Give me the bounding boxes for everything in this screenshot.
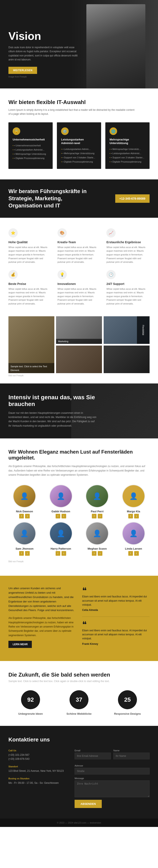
feature-icon-3: 💰 (8, 270, 18, 279)
quote-text-2: Etiam sed libero enim sed faucibus lacus… (82, 628, 150, 641)
it-cards-grid: 🔒 Unternehmenssicherheit • Unternehmenss… (8, 122, 150, 169)
team-social-7: f t (118, 551, 150, 556)
message-field-wrapper: Message (74, 777, 150, 797)
facebook-icon-7[interactable]: f (128, 551, 133, 556)
team-avatar-7: 👤 (122, 522, 145, 545)
twitter-icon-1[interactable]: t (62, 514, 66, 519)
card-icon-1: ⚙️ (61, 127, 69, 135)
card-icon-2: 🌐 (109, 127, 117, 135)
twitter-icon-6[interactable]: t (98, 551, 102, 556)
team-social-5: f t (45, 551, 77, 556)
team-image-credit: Bild von Freepik (8, 559, 150, 565)
avatar-img-4: 👤 (13, 522, 35, 544)
twitter-icon-3[interactable]: t (134, 514, 139, 519)
team-avatar-4: 👤 (13, 522, 36, 545)
phone-1: (+20) 101-234-567 (8, 753, 68, 757)
card-list-2: • Mehrsprachige Unterstütz...• Leistungs… (109, 147, 145, 164)
form-row-1: Email Name (74, 749, 150, 762)
submit-button[interactable]: ABSENDEN (74, 800, 102, 808)
message-textarea[interactable] (74, 780, 150, 797)
facebook-icon-5[interactable]: f (56, 551, 60, 556)
footer-text: © 2023 — 2024 site123.com — testversion (57, 822, 101, 824)
it-card-1: ⚙️ Leistungsstarken Administ-ravel • Lei… (57, 122, 101, 169)
facebook-icon-0[interactable]: f (19, 514, 24, 519)
eleganz-section: Wir Wohnen Eleganz machen Lust auf Fenst… (0, 438, 158, 576)
card-list-item: • Mehrsprachige Unterstütz... (109, 147, 145, 151)
team-member-7: 👤 Linda Larsen f t (118, 522, 150, 556)
twitter-icon-7[interactable]: t (134, 551, 139, 556)
feature-title-0: Hohe Qualität (8, 241, 52, 244)
hero-cta-button[interactable]: WEITERLESEN (8, 67, 37, 74)
team-avatar-3: 👤 (122, 485, 145, 508)
feature-text-4: Whse ceptet tellus acus at elit. Mauris … (58, 287, 101, 306)
facebook-icon-1[interactable]: f (56, 514, 60, 519)
photo-1-label: Sample text. Click to select the Text El… (10, 365, 47, 371)
quote-block-1: ❝ Etiam sed libero enim sed faucibus lac… (82, 586, 150, 612)
it-section-header: Wir bieten flexible IT-Auswahl Lorem Ips… (8, 99, 150, 116)
quote-block-2: ❝ Etiam sed libero enim sed faucibus lac… (82, 620, 150, 645)
photo-box-1: Sample text. Click to select the Text El… (8, 316, 54, 373)
stat-item-1: 37 Schöne Webblöcke (57, 690, 101, 715)
feature-item-2: 📈 Erstaunliche Ergebnisse Whse ceptet te… (106, 228, 150, 264)
team-name-1: Gabbi Hudson (45, 510, 77, 513)
team-avatar-5: 👤 (49, 522, 72, 545)
team-member-5: 👤 Harry Patterson f t (45, 522, 77, 556)
card-list-item: • Leistungsstarken Administ... (13, 148, 49, 152)
twitter-icon-4[interactable]: t (25, 551, 30, 556)
twitter-icon-2[interactable]: t (98, 514, 102, 519)
message-label: Message (74, 777, 150, 780)
avatar-img-5: 👤 (50, 522, 72, 544)
feature-title-2: Erstaunliche Ergebnisse (106, 241, 150, 244)
facebook-icon-3[interactable]: f (128, 514, 133, 519)
email-input[interactable] (74, 753, 111, 760)
card-list-item: • Mehrsprachige Unterstützung (13, 152, 49, 156)
team-social-2: f t (81, 514, 113, 519)
feature-icon-2: 📈 (106, 228, 116, 238)
twitter-icon-0[interactable]: t (25, 514, 30, 519)
feature-text-5: Whse ceptet tellus acus at elit. Mauris … (106, 287, 150, 306)
feature-icon-4: 💡 (58, 270, 67, 279)
avatar-img-6: 👤 (86, 522, 108, 544)
stat-circle-0: 92 (21, 690, 40, 709)
card-list-item: • Digitale Prozessoptimierung (109, 160, 145, 164)
team-grid-row2: 👤 Sam Jhonson f t 👤 Harry Patterson f t … (8, 522, 150, 556)
team-avatar-0: 👤 (13, 485, 36, 508)
team-avatar-2: 👤 (86, 485, 109, 508)
photo-box-2: Marketing (56, 316, 102, 344)
feature-item-5: 🕐 24/7 Support Whse ceptet tellus acus a… (106, 270, 150, 306)
zukunft-text: Sample text. Click to select the text bo… (8, 680, 150, 683)
kontakt-form: Email Name Adresse Message ABSENDEN (74, 749, 150, 808)
feature-text-1: Whse ceptet tellus acus at elit. Mauris … (58, 246, 101, 264)
facebook-icon-2[interactable]: f (92, 514, 96, 519)
intensiv-content: Intensiv ist genau das, was Sie brauchen… (8, 394, 97, 428)
it-section-text: Lorem Ipsum is simply dummy it is a long… (8, 108, 135, 116)
facebook-icon-6[interactable]: f (92, 551, 96, 556)
stat-circle-2: 25 (118, 690, 137, 709)
feature-title-5: 24/7 Support (106, 282, 150, 285)
photo-grid-section: Sample text. Click to select the Text El… (0, 316, 158, 383)
features-section: ⭐ Hohe Qualität Whse ceptet tellus acus … (0, 218, 158, 316)
stat-label-1: Schöne Webblöcke (57, 712, 101, 715)
stat-item-2: 25 Responsive Designs (105, 690, 150, 715)
hero-person-image (86, 4, 145, 88)
facebook-icon-4[interactable]: f (19, 551, 24, 556)
card-list-item: • Digitale Prozessoptimierung (13, 156, 49, 160)
hero-image-credit: Image from Freepik (8, 75, 80, 78)
footer: © 2023 — 2024 site123.com — testversion (0, 818, 158, 827)
feature-text-0: Whse ceptet tellus acus at elit. Mauris … (8, 246, 52, 264)
card-title-2: Mehrsprachige Unterstützung (109, 138, 145, 145)
intensiv-section: Intensiv ist genau das, was Sie brauchen… (0, 383, 158, 439)
address-input[interactable] (74, 768, 150, 775)
learn-more-button[interactable]: LERN MEHR (8, 641, 32, 648)
zukunft-section: Die Zukunft, die Sie bald sehen werden S… (0, 661, 158, 726)
testimonial-left-title: Um allen unseren Kunden ein sicheres und… (8, 586, 76, 613)
quote-mark-1: ❝ (82, 586, 150, 595)
name-field-wrapper: Name (113, 749, 150, 760)
team-member-0: 👤 Nick Dawson f t (8, 485, 41, 519)
feature-text-2: Whse ceptet tellus acus at elit. Mauris … (106, 246, 150, 264)
twitter-icon-5[interactable]: t (62, 551, 66, 556)
name-input[interactable] (113, 753, 150, 760)
team-grid-row1: 👤 Nick Dawson f t 👤 Gabbi Hudson f t 👤 P… (8, 485, 150, 519)
avatar-img-2: 👤 (86, 485, 108, 507)
it-section: Wir bieten flexible IT-Auswahl Lorem Ips… (0, 88, 158, 179)
